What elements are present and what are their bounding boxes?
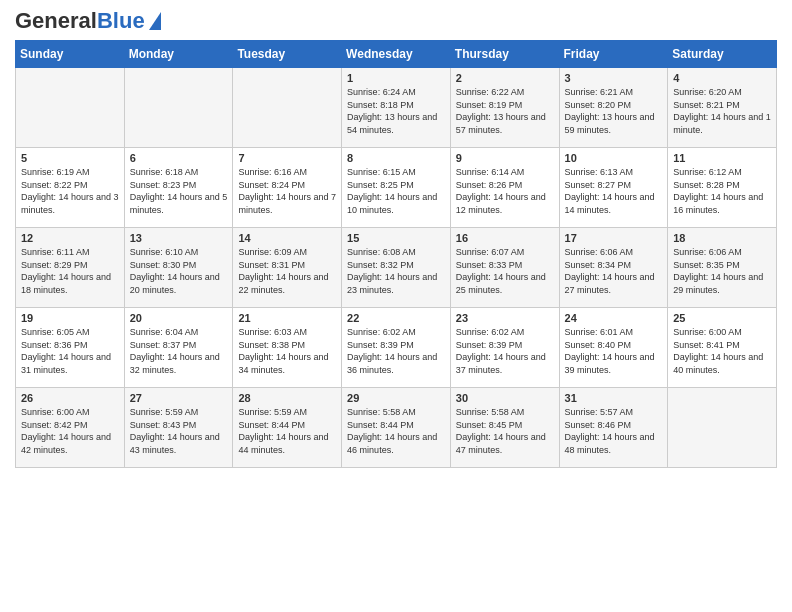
calendar-cell: 26Sunrise: 6:00 AMSunset: 8:42 PMDayligh… <box>16 388 125 468</box>
calendar-cell <box>233 68 342 148</box>
calendar-cell: 19Sunrise: 6:05 AMSunset: 8:36 PMDayligh… <box>16 308 125 388</box>
day-number: 31 <box>565 392 663 404</box>
day-info: Sunrise: 6:09 AMSunset: 8:31 PMDaylight:… <box>238 246 336 296</box>
calendar-cell: 4Sunrise: 6:20 AMSunset: 8:21 PMDaylight… <box>668 68 777 148</box>
calendar-cell: 12Sunrise: 6:11 AMSunset: 8:29 PMDayligh… <box>16 228 125 308</box>
day-number: 26 <box>21 392 119 404</box>
calendar-cell: 7Sunrise: 6:16 AMSunset: 8:24 PMDaylight… <box>233 148 342 228</box>
calendar-cell: 30Sunrise: 5:58 AMSunset: 8:45 PMDayligh… <box>450 388 559 468</box>
day-info: Sunrise: 6:08 AMSunset: 8:32 PMDaylight:… <box>347 246 445 296</box>
calendar-cell: 25Sunrise: 6:00 AMSunset: 8:41 PMDayligh… <box>668 308 777 388</box>
day-number: 23 <box>456 312 554 324</box>
calendar-cell <box>668 388 777 468</box>
logo-general: General <box>15 8 97 33</box>
day-number: 1 <box>347 72 445 84</box>
day-info: Sunrise: 6:02 AMSunset: 8:39 PMDaylight:… <box>347 326 445 376</box>
day-number: 3 <box>565 72 663 84</box>
calendar-cell: 27Sunrise: 5:59 AMSunset: 8:43 PMDayligh… <box>124 388 233 468</box>
day-number: 7 <box>238 152 336 164</box>
day-number: 29 <box>347 392 445 404</box>
day-number: 24 <box>565 312 663 324</box>
day-number: 2 <box>456 72 554 84</box>
calendar-cell: 3Sunrise: 6:21 AMSunset: 8:20 PMDaylight… <box>559 68 668 148</box>
week-row-2: 5Sunrise: 6:19 AMSunset: 8:22 PMDaylight… <box>16 148 777 228</box>
header-thursday: Thursday <box>450 41 559 68</box>
day-number: 17 <box>565 232 663 244</box>
day-info: Sunrise: 6:19 AMSunset: 8:22 PMDaylight:… <box>21 166 119 216</box>
day-number: 27 <box>130 392 228 404</box>
header: GeneralBlue <box>15 10 777 32</box>
header-wednesday: Wednesday <box>342 41 451 68</box>
header-monday: Monday <box>124 41 233 68</box>
day-number: 12 <box>21 232 119 244</box>
day-info: Sunrise: 6:06 AMSunset: 8:35 PMDaylight:… <box>673 246 771 296</box>
day-info: Sunrise: 6:01 AMSunset: 8:40 PMDaylight:… <box>565 326 663 376</box>
calendar-cell: 8Sunrise: 6:15 AMSunset: 8:25 PMDaylight… <box>342 148 451 228</box>
day-number: 16 <box>456 232 554 244</box>
day-info: Sunrise: 6:00 AMSunset: 8:42 PMDaylight:… <box>21 406 119 456</box>
calendar-table: SundayMondayTuesdayWednesdayThursdayFrid… <box>15 40 777 468</box>
day-info: Sunrise: 6:04 AMSunset: 8:37 PMDaylight:… <box>130 326 228 376</box>
day-number: 28 <box>238 392 336 404</box>
page: GeneralBlue SundayMondayTuesdayWednesday… <box>0 0 792 612</box>
header-saturday: Saturday <box>668 41 777 68</box>
day-number: 11 <box>673 152 771 164</box>
day-number: 21 <box>238 312 336 324</box>
calendar-cell: 15Sunrise: 6:08 AMSunset: 8:32 PMDayligh… <box>342 228 451 308</box>
day-info: Sunrise: 6:18 AMSunset: 8:23 PMDaylight:… <box>130 166 228 216</box>
day-info: Sunrise: 6:06 AMSunset: 8:34 PMDaylight:… <box>565 246 663 296</box>
calendar-cell: 24Sunrise: 6:01 AMSunset: 8:40 PMDayligh… <box>559 308 668 388</box>
day-info: Sunrise: 6:22 AMSunset: 8:19 PMDaylight:… <box>456 86 554 136</box>
day-info: Sunrise: 6:20 AMSunset: 8:21 PMDaylight:… <box>673 86 771 136</box>
day-info: Sunrise: 6:16 AMSunset: 8:24 PMDaylight:… <box>238 166 336 216</box>
calendar-cell: 22Sunrise: 6:02 AMSunset: 8:39 PMDayligh… <box>342 308 451 388</box>
day-info: Sunrise: 6:13 AMSunset: 8:27 PMDaylight:… <box>565 166 663 216</box>
day-info: Sunrise: 6:05 AMSunset: 8:36 PMDaylight:… <box>21 326 119 376</box>
day-info: Sunrise: 6:21 AMSunset: 8:20 PMDaylight:… <box>565 86 663 136</box>
calendar-cell: 23Sunrise: 6:02 AMSunset: 8:39 PMDayligh… <box>450 308 559 388</box>
day-number: 10 <box>565 152 663 164</box>
calendar-cell: 31Sunrise: 5:57 AMSunset: 8:46 PMDayligh… <box>559 388 668 468</box>
day-info: Sunrise: 6:03 AMSunset: 8:38 PMDaylight:… <box>238 326 336 376</box>
week-row-4: 19Sunrise: 6:05 AMSunset: 8:36 PMDayligh… <box>16 308 777 388</box>
day-number: 6 <box>130 152 228 164</box>
logo: GeneralBlue <box>15 10 161 32</box>
header-friday: Friday <box>559 41 668 68</box>
calendar-cell: 29Sunrise: 5:58 AMSunset: 8:44 PMDayligh… <box>342 388 451 468</box>
day-info: Sunrise: 6:14 AMSunset: 8:26 PMDaylight:… <box>456 166 554 216</box>
day-info: Sunrise: 6:10 AMSunset: 8:30 PMDaylight:… <box>130 246 228 296</box>
calendar-cell: 5Sunrise: 6:19 AMSunset: 8:22 PMDaylight… <box>16 148 125 228</box>
day-info: Sunrise: 6:00 AMSunset: 8:41 PMDaylight:… <box>673 326 771 376</box>
calendar-cell: 18Sunrise: 6:06 AMSunset: 8:35 PMDayligh… <box>668 228 777 308</box>
day-info: Sunrise: 6:07 AMSunset: 8:33 PMDaylight:… <box>456 246 554 296</box>
calendar-cell <box>16 68 125 148</box>
day-number: 18 <box>673 232 771 244</box>
day-info: Sunrise: 5:59 AMSunset: 8:43 PMDaylight:… <box>130 406 228 456</box>
calendar-header-row: SundayMondayTuesdayWednesdayThursdayFrid… <box>16 41 777 68</box>
calendar-cell <box>124 68 233 148</box>
week-row-3: 12Sunrise: 6:11 AMSunset: 8:29 PMDayligh… <box>16 228 777 308</box>
calendar-cell: 11Sunrise: 6:12 AMSunset: 8:28 PMDayligh… <box>668 148 777 228</box>
day-number: 4 <box>673 72 771 84</box>
day-info: Sunrise: 6:02 AMSunset: 8:39 PMDaylight:… <box>456 326 554 376</box>
calendar-cell: 17Sunrise: 6:06 AMSunset: 8:34 PMDayligh… <box>559 228 668 308</box>
logo-triangle-icon <box>149 12 161 30</box>
day-number: 20 <box>130 312 228 324</box>
day-number: 13 <box>130 232 228 244</box>
day-number: 14 <box>238 232 336 244</box>
calendar-cell: 13Sunrise: 6:10 AMSunset: 8:30 PMDayligh… <box>124 228 233 308</box>
week-row-1: 1Sunrise: 6:24 AMSunset: 8:18 PMDaylight… <box>16 68 777 148</box>
day-number: 30 <box>456 392 554 404</box>
logo-blue: Blue <box>97 8 145 33</box>
header-sunday: Sunday <box>16 41 125 68</box>
day-number: 9 <box>456 152 554 164</box>
day-number: 15 <box>347 232 445 244</box>
calendar-cell: 6Sunrise: 6:18 AMSunset: 8:23 PMDaylight… <box>124 148 233 228</box>
day-number: 22 <box>347 312 445 324</box>
day-info: Sunrise: 6:24 AMSunset: 8:18 PMDaylight:… <box>347 86 445 136</box>
day-info: Sunrise: 6:11 AMSunset: 8:29 PMDaylight:… <box>21 246 119 296</box>
day-info: Sunrise: 6:12 AMSunset: 8:28 PMDaylight:… <box>673 166 771 216</box>
header-tuesday: Tuesday <box>233 41 342 68</box>
day-info: Sunrise: 6:15 AMSunset: 8:25 PMDaylight:… <box>347 166 445 216</box>
calendar-cell: 16Sunrise: 6:07 AMSunset: 8:33 PMDayligh… <box>450 228 559 308</box>
